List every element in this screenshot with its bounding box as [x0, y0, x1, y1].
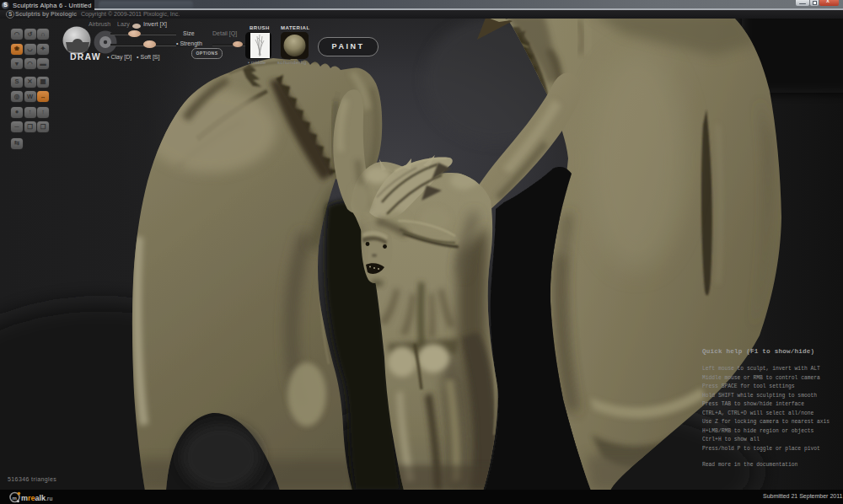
svg-text:m: m [13, 496, 17, 501]
svg-text:mrealk.ru: mrealk.ru [21, 494, 52, 502]
